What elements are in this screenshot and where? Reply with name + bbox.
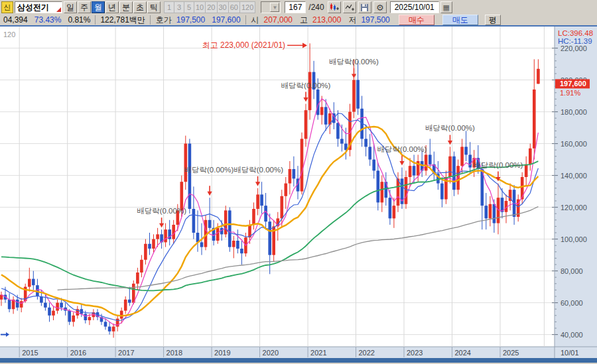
gear-glyph: ⚙ — [376, 3, 384, 13]
svg-text:180,000: 180,000 — [561, 108, 587, 116]
ask-price: 197,600 — [208, 15, 243, 25]
save-glyph — [360, 3, 369, 12]
cycle-button-3[interactable]: 3 — [174, 1, 184, 13]
trade-amount: 122,781백만 — [97, 15, 148, 26]
svg-text:LC:396.48: LC:396.48 — [558, 29, 593, 37]
stock-corner-triangle-icon — [56, 7, 61, 12]
cycle-button-30[interactable]: 30 — [217, 1, 229, 13]
svg-text:2019: 2019 — [214, 349, 230, 357]
period-tab-month[interactable]: 월 — [92, 1, 105, 13]
svg-text:2016: 2016 — [70, 349, 86, 357]
cycle-button-60[interactable]: 60 — [228, 1, 240, 13]
candlestick-chart-svg: 220,000200,000180,000160,000140,000120,0… — [0, 27, 597, 363]
bar-count-total: /240 — [307, 3, 325, 12]
calendar-icon[interactable]: ▦ — [440, 1, 452, 13]
hoga-label: 호가 — [152, 15, 173, 26]
divider — [150, 15, 151, 25]
sell-button[interactable]: 매도 — [442, 15, 478, 25]
low-label: 저 — [344, 15, 358, 26]
stock-name: 삼성전기 — [17, 2, 49, 13]
svg-text:60,000: 60,000 — [561, 299, 583, 307]
cycle-dropdown[interactable]: ▼ — [261, 1, 281, 13]
price-chart-area: 220,000200,000180,000160,000140,000120,0… — [0, 27, 597, 363]
current-price-badge: 197,600 — [555, 79, 590, 88]
period-tab-sec[interactable]: 초 — [133, 1, 147, 13]
period-tab-min[interactable]: 분 — [119, 1, 133, 13]
stock-name-box[interactable]: 삼성전기 — [15, 1, 62, 13]
save-icon[interactable] — [358, 1, 371, 13]
svg-text:배당락(0.00%): 배당락(0.00%) — [474, 161, 523, 169]
svg-text:2020: 2020 — [263, 349, 279, 357]
svg-text:배당락(0.00%): 배당락(0.00%) — [329, 58, 379, 66]
svg-text:100,000: 100,000 — [561, 235, 587, 243]
high-price: 213,000 — [309, 15, 344, 25]
chart-window: 신 삼성전기 일주월년분초틱 13510203060120 ▼ /240 — [0, 0, 597, 364]
svg-text:140,000: 140,000 — [561, 172, 587, 180]
cycle-button-10[interactable]: 10 — [194, 1, 206, 13]
svg-text:2022: 2022 — [359, 349, 375, 357]
volume-value: 04,394 — [0, 15, 31, 25]
svg-text:배당락(0.00%): 배당락(0.00%) — [137, 207, 186, 215]
settings-gear-icon[interactable]: ⚙ — [373, 1, 387, 13]
date-input[interactable] — [390, 1, 439, 13]
svg-text:최고 223,000 (2021/01): 최고 223,000 (2021/01) — [202, 40, 285, 50]
quote-bar: 04,394 73.43% 0.81% 122,781백만 호가 197,500… — [0, 15, 597, 27]
svg-text:120,000: 120,000 — [561, 204, 587, 212]
period-tab-tick[interactable]: 틱 — [147, 1, 161, 13]
period-tab-week[interactable]: 주 — [78, 1, 91, 13]
svg-text:10/01: 10/01 — [561, 349, 579, 357]
cycle-button-1[interactable]: 1 — [164, 1, 174, 13]
svg-text:배당락(0.00%)배당락(0.00%): 배당락(0.00%)배당락(0.00%) — [184, 166, 284, 174]
cycle-button-20[interactable]: 20 — [205, 1, 217, 13]
period-tab-year[interactable]: 년 — [105, 1, 119, 13]
low-price: 197,500 — [358, 15, 393, 25]
buy-button[interactable]: 매수 — [399, 15, 434, 25]
chart-toolbar: 신 삼성전기 일주월년분초틱 13510203060120 ▼ /240 — [0, 0, 597, 15]
bid-price: 197,500 — [173, 15, 208, 25]
svg-text:배당락(0.00%): 배당락(0.00%) — [425, 124, 475, 132]
divider — [95, 15, 96, 25]
candle-style-glyph — [330, 3, 339, 11]
svg-text:2015: 2015 — [22, 349, 38, 357]
svg-text:2025: 2025 — [503, 349, 519, 357]
cycle-button-120[interactable]: 120 — [239, 1, 255, 13]
svg-text:2023: 2023 — [407, 349, 423, 357]
minute-cycle-buttons: 13510203060120 — [165, 1, 255, 13]
period-tab-day[interactable]: 일 — [64, 1, 77, 13]
candle-style-icon[interactable] — [328, 1, 341, 13]
cycle-button-5[interactable]: 5 — [184, 1, 194, 13]
svg-text:120: 120 — [3, 30, 15, 38]
svg-text:HC:-11.39: HC:-11.39 — [558, 37, 592, 45]
line-style-glyph — [345, 3, 354, 11]
svg-text:2024: 2024 — [455, 349, 471, 357]
svg-text:1.91%: 1.91% — [560, 89, 580, 97]
stock-type-icon: 신 — [1, 1, 13, 13]
divider — [245, 15, 246, 25]
svg-text:220,000: 220,000 — [561, 44, 587, 52]
svg-text:2021: 2021 — [310, 349, 326, 357]
svg-text:2018: 2018 — [166, 349, 182, 357]
svg-text:배당락(0.00%): 배당락(0.00%) — [377, 145, 427, 153]
svg-text:160,000: 160,000 — [561, 140, 587, 148]
open-price: 207,000 — [261, 15, 296, 25]
svg-text:배당락(0.00%): 배당락(0.00%) — [281, 82, 331, 90]
change-rate: 0.81% — [64, 15, 94, 25]
svg-text:80,000: 80,000 — [561, 267, 583, 275]
svg-text:197,600: 197,600 — [560, 80, 586, 88]
period-tabs: 일주월년분초틱 — [64, 1, 161, 13]
high-label: 고 — [296, 15, 309, 26]
svg-text:2017: 2017 — [118, 349, 134, 357]
chevron-down-icon: ▼ — [270, 3, 279, 12]
avg-button[interactable]: 평 — [485, 15, 501, 25]
line-style-icon[interactable] — [343, 1, 356, 13]
volume-ratio: 73.43% — [31, 15, 65, 25]
open-label: 시 — [247, 15, 261, 26]
svg-text:40,000: 40,000 — [561, 331, 583, 339]
horizontal-scrollbar[interactable] — [0, 358, 597, 363]
bar-count-input[interactable] — [285, 1, 306, 13]
